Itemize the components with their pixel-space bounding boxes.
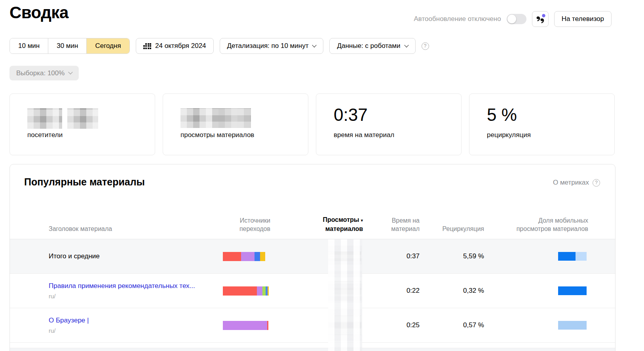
col-header-sources[interactable]: Источники переходов <box>219 216 286 233</box>
detalization-dropdown[interactable]: Детализация: по 10 минут <box>220 38 324 54</box>
data-mode-dropdown[interactable]: Данные: с роботами <box>329 38 415 54</box>
col-header-views-sorted[interactable]: Просмотры▾ материалов <box>286 216 377 233</box>
range-10min-button[interactable]: 10 мин <box>10 38 48 53</box>
chevron-down-icon <box>404 43 408 47</box>
autorefresh-label: Автообновление отключено <box>414 15 501 23</box>
chevron-down-icon <box>312 43 317 47</box>
masked-views <box>328 252 361 261</box>
title-cell: О Браузере | ru/ <box>49 317 219 334</box>
sources-bar[interactable] <box>219 321 286 330</box>
tv-button[interactable]: На телевизор <box>554 11 612 27</box>
material-url: ru/ <box>49 293 219 299</box>
metrica-summary-page: Сводка Автообновление отключено На телев… <box>0 0 644 351</box>
recirculation-value: 0,57 % <box>435 321 500 329</box>
card-value: 0:37 <box>334 105 368 125</box>
card-material-views[interactable]: просмотры материалов <box>163 93 308 155</box>
col-header-title[interactable]: Заголовок материала <box>49 225 219 233</box>
about-metrics-link[interactable]: О метриках ? <box>553 179 600 187</box>
autorefresh-toggle[interactable] <box>507 14 526 24</box>
material-url: ru/ <box>49 327 219 334</box>
masked-views <box>328 281 361 301</box>
sampling-dropdown[interactable]: Выборка: 100% <box>9 66 79 80</box>
sort-desc-icon: ▾ <box>361 218 363 223</box>
calendar-icon <box>143 43 152 49</box>
recirculation-value: 5,59 % <box>435 252 500 260</box>
views-cell <box>286 252 377 261</box>
col-header-recirculation[interactable]: Рециркуляция <box>435 225 500 233</box>
filters-help-icon[interactable]: ? <box>422 42 429 50</box>
card-label: рециркуляция <box>487 131 531 139</box>
time-value: 0:25 <box>377 321 435 329</box>
col-header-mobile-share[interactable]: Доля мобильных просмотров материалов <box>500 216 588 233</box>
views-cell <box>286 315 377 335</box>
material-link[interactable]: Правила применения рекомендательных тех.… <box>49 282 195 290</box>
materials-table: Заголовок материала Источники переходов … <box>10 210 615 351</box>
table-row-totals: Итого и средние 0:37 5,59 % <box>10 239 615 274</box>
filter-bar: 10 мин 30 мин Сегодня 24 октября 2024 Де… <box>9 38 429 54</box>
card-label: посетители <box>27 131 63 139</box>
mobile-share-bar[interactable] <box>500 286 587 295</box>
popular-materials-panel: Популярные материалы О метриках ? Заголо… <box>9 164 616 351</box>
page-title: Сводка <box>9 3 68 22</box>
metrics-help-icon[interactable]: ? <box>593 179 600 187</box>
time-value: 0:37 <box>377 252 435 260</box>
range-30min-button[interactable]: 30 мин <box>48 38 87 53</box>
sources-bar[interactable] <box>219 252 286 261</box>
table-row-material: Правила применения рекомендательных тех.… <box>10 274 615 308</box>
masked-value <box>180 108 251 128</box>
time-range-segmented-control: 10 мин 30 мин Сегодня <box>9 38 130 54</box>
mobile-share-bar[interactable] <box>500 321 587 330</box>
table-row-material: О Браузере | ru/ 0:25 0,57 % <box>10 308 615 343</box>
title-cell: Правила применения рекомендательных тех.… <box>49 282 219 299</box>
toggle-knob <box>507 15 516 23</box>
quotes-icon <box>535 13 546 25</box>
next-row-band <box>10 348 615 351</box>
panel-title: Популярные материалы <box>24 176 145 188</box>
material-link[interactable]: О Браузере | <box>49 317 89 324</box>
masked-views <box>328 315 361 335</box>
time-value: 0:22 <box>377 287 435 295</box>
chevron-down-icon <box>68 70 73 74</box>
table-header-row: Заголовок материала Источники переходов … <box>10 210 615 239</box>
card-label: время на материал <box>334 131 394 139</box>
masked-value <box>27 108 98 129</box>
range-today-button[interactable]: Сегодня <box>87 38 129 53</box>
card-visitors[interactable]: посетители <box>9 93 155 155</box>
metric-cards: посетители просмотры материалов 0:37 вре… <box>9 93 615 155</box>
top-right-controls: Автообновление отключено На телевизор <box>414 11 612 27</box>
recirculation-value: 0,32 % <box>435 287 500 295</box>
assistant-button[interactable] <box>532 11 549 27</box>
card-time-on-material[interactable]: 0:37 время на материал <box>316 93 462 155</box>
col-header-time[interactable]: Время на материал <box>377 216 435 233</box>
card-label: просмотры материалов <box>180 131 254 139</box>
sources-bar[interactable] <box>219 286 286 296</box>
mobile-share-bar[interactable] <box>500 252 587 261</box>
card-value: 5 % <box>487 105 517 125</box>
views-cell <box>286 281 377 301</box>
card-recirculation[interactable]: 5 % рециркуляция <box>469 93 615 155</box>
date-picker-button[interactable]: 24 октября 2024 <box>136 38 214 54</box>
row-title: Итого и средние <box>49 252 219 260</box>
